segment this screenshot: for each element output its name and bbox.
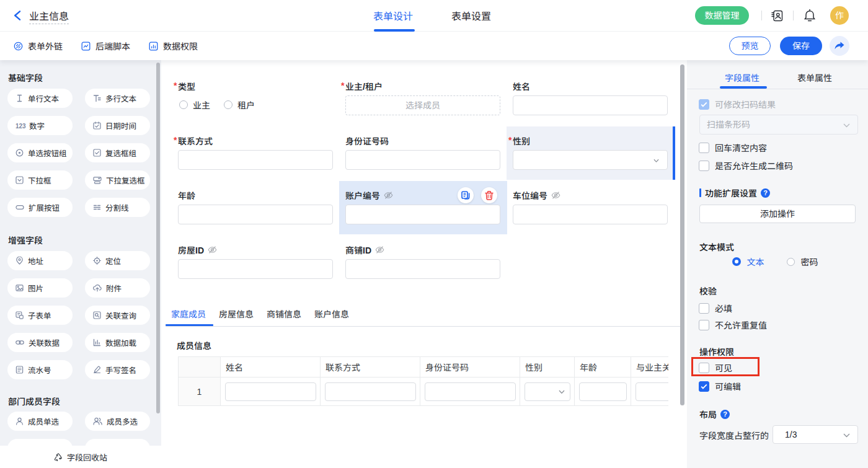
svg-text:123: 123 [16, 123, 26, 130]
